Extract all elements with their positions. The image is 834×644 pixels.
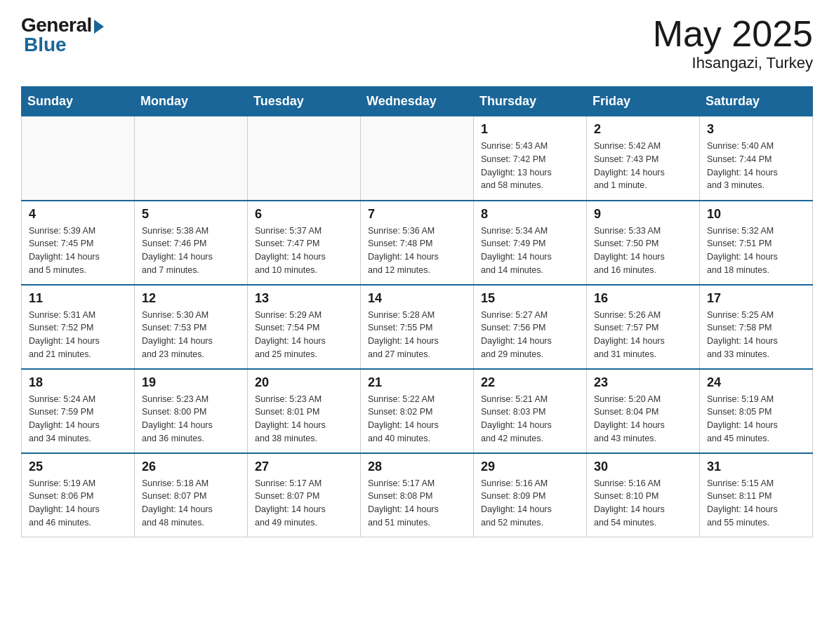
day-number: 1	[481, 122, 579, 137]
calendar-cell	[361, 116, 474, 201]
day-info: Sunrise: 5:20 AM Sunset: 8:04 PM Dayligh…	[594, 393, 692, 445]
calendar-cell: 26Sunrise: 5:18 AM Sunset: 8:07 PM Dayli…	[135, 453, 248, 537]
calendar-week-row: 4Sunrise: 5:39 AM Sunset: 7:45 PM Daylig…	[22, 201, 813, 285]
day-number: 25	[29, 459, 127, 474]
location-text: Ihsangazi, Turkey	[653, 54, 813, 72]
calendar-cell: 15Sunrise: 5:27 AM Sunset: 7:56 PM Dayli…	[474, 285, 587, 369]
day-info: Sunrise: 5:28 AM Sunset: 7:55 PM Dayligh…	[368, 309, 466, 361]
calendar-cell: 1Sunrise: 5:43 AM Sunset: 7:42 PM Daylig…	[474, 116, 587, 201]
day-info: Sunrise: 5:23 AM Sunset: 8:01 PM Dayligh…	[255, 393, 353, 445]
title-block: May 2025 Ihsangazi, Turkey	[653, 14, 813, 72]
column-header-sunday: Sunday	[22, 87, 135, 116]
day-info: Sunrise: 5:39 AM Sunset: 7:45 PM Dayligh…	[29, 224, 127, 277]
day-number: 31	[707, 459, 805, 474]
day-info: Sunrise: 5:37 AM Sunset: 7:47 PM Dayligh…	[255, 224, 353, 277]
day-number: 24	[707, 375, 805, 390]
calendar-cell: 6Sunrise: 5:37 AM Sunset: 7:47 PM Daylig…	[248, 201, 361, 285]
calendar-cell: 22Sunrise: 5:21 AM Sunset: 8:03 PM Dayli…	[474, 369, 587, 453]
day-info: Sunrise: 5:30 AM Sunset: 7:53 PM Dayligh…	[142, 309, 240, 361]
day-number: 13	[255, 291, 353, 306]
calendar-cell: 24Sunrise: 5:19 AM Sunset: 8:05 PM Dayli…	[700, 369, 813, 453]
day-number: 12	[142, 291, 240, 306]
day-info: Sunrise: 5:17 AM Sunset: 8:07 PM Dayligh…	[255, 477, 353, 530]
calendar-cell: 7Sunrise: 5:36 AM Sunset: 7:48 PM Daylig…	[361, 201, 474, 285]
column-header-friday: Friday	[587, 87, 700, 116]
day-info: Sunrise: 5:24 AM Sunset: 7:59 PM Dayligh…	[29, 393, 127, 445]
calendar-cell: 16Sunrise: 5:26 AM Sunset: 7:57 PM Dayli…	[587, 285, 700, 369]
day-number: 18	[29, 375, 127, 390]
day-number: 8	[481, 207, 579, 222]
calendar-cell: 11Sunrise: 5:31 AM Sunset: 7:52 PM Dayli…	[22, 285, 135, 369]
day-info: Sunrise: 5:38 AM Sunset: 7:46 PM Dayligh…	[142, 224, 240, 277]
day-number: 16	[594, 291, 692, 306]
day-number: 7	[368, 207, 466, 222]
calendar-cell: 27Sunrise: 5:17 AM Sunset: 8:07 PM Dayli…	[248, 453, 361, 537]
day-number: 29	[481, 459, 579, 474]
day-number: 4	[29, 207, 127, 222]
day-info: Sunrise: 5:21 AM Sunset: 8:03 PM Dayligh…	[481, 393, 579, 445]
day-info: Sunrise: 5:17 AM Sunset: 8:08 PM Dayligh…	[368, 477, 466, 530]
day-info: Sunrise: 5:26 AM Sunset: 7:57 PM Dayligh…	[594, 309, 692, 361]
calendar-cell: 8Sunrise: 5:34 AM Sunset: 7:49 PM Daylig…	[474, 201, 587, 285]
day-info: Sunrise: 5:33 AM Sunset: 7:50 PM Dayligh…	[594, 224, 692, 277]
day-info: Sunrise: 5:22 AM Sunset: 8:02 PM Dayligh…	[368, 393, 466, 445]
calendar-cell: 12Sunrise: 5:30 AM Sunset: 7:53 PM Dayli…	[135, 285, 248, 369]
day-number: 10	[707, 207, 805, 222]
day-number: 30	[594, 459, 692, 474]
column-header-saturday: Saturday	[700, 87, 813, 116]
day-number: 20	[255, 375, 353, 390]
calendar-cell: 5Sunrise: 5:38 AM Sunset: 7:46 PM Daylig…	[135, 201, 248, 285]
day-number: 3	[707, 122, 805, 137]
column-header-wednesday: Wednesday	[361, 87, 474, 116]
calendar-cell: 30Sunrise: 5:16 AM Sunset: 8:10 PM Dayli…	[587, 453, 700, 537]
calendar-cell: 28Sunrise: 5:17 AM Sunset: 8:08 PM Dayli…	[361, 453, 474, 537]
calendar-cell: 2Sunrise: 5:42 AM Sunset: 7:43 PM Daylig…	[587, 116, 700, 201]
column-header-monday: Monday	[135, 87, 248, 116]
logo-blue-text: Blue	[21, 34, 67, 56]
calendar-cell	[248, 116, 361, 201]
column-header-thursday: Thursday	[474, 87, 587, 116]
day-info: Sunrise: 5:15 AM Sunset: 8:11 PM Dayligh…	[707, 477, 805, 530]
day-number: 15	[481, 291, 579, 306]
day-number: 6	[255, 207, 353, 222]
page-header: General Blue May 2025 Ihsangazi, Turkey	[21, 14, 813, 72]
calendar-cell: 4Sunrise: 5:39 AM Sunset: 7:45 PM Daylig…	[22, 201, 135, 285]
day-number: 14	[368, 291, 466, 306]
day-info: Sunrise: 5:25 AM Sunset: 7:58 PM Dayligh…	[707, 309, 805, 361]
day-number: 22	[481, 375, 579, 390]
calendar-cell: 9Sunrise: 5:33 AM Sunset: 7:50 PM Daylig…	[587, 201, 700, 285]
calendar-cell	[135, 116, 248, 201]
day-number: 17	[707, 291, 805, 306]
day-number: 5	[142, 207, 240, 222]
calendar-week-row: 25Sunrise: 5:19 AM Sunset: 8:06 PM Dayli…	[22, 453, 813, 537]
day-info: Sunrise: 5:34 AM Sunset: 7:49 PM Dayligh…	[481, 224, 579, 277]
calendar-cell: 17Sunrise: 5:25 AM Sunset: 7:58 PM Dayli…	[700, 285, 813, 369]
day-info: Sunrise: 5:31 AM Sunset: 7:52 PM Dayligh…	[29, 309, 127, 361]
day-info: Sunrise: 5:19 AM Sunset: 8:05 PM Dayligh…	[707, 393, 805, 445]
day-number: 27	[255, 459, 353, 474]
day-number: 19	[142, 375, 240, 390]
calendar-cell: 25Sunrise: 5:19 AM Sunset: 8:06 PM Dayli…	[22, 453, 135, 537]
calendar-cell: 21Sunrise: 5:22 AM Sunset: 8:02 PM Dayli…	[361, 369, 474, 453]
month-year-title: May 2025	[653, 14, 813, 54]
day-number: 11	[29, 291, 127, 306]
column-header-tuesday: Tuesday	[248, 87, 361, 116]
day-number: 2	[594, 122, 692, 137]
day-number: 9	[594, 207, 692, 222]
day-info: Sunrise: 5:27 AM Sunset: 7:56 PM Dayligh…	[481, 309, 579, 361]
calendar-cell: 23Sunrise: 5:20 AM Sunset: 8:04 PM Dayli…	[587, 369, 700, 453]
day-info: Sunrise: 5:16 AM Sunset: 8:10 PM Dayligh…	[594, 477, 692, 530]
calendar-cell: 14Sunrise: 5:28 AM Sunset: 7:55 PM Dayli…	[361, 285, 474, 369]
day-number: 26	[142, 459, 240, 474]
calendar-week-row: 11Sunrise: 5:31 AM Sunset: 7:52 PM Dayli…	[22, 285, 813, 369]
calendar-cell	[22, 116, 135, 201]
day-info: Sunrise: 5:32 AM Sunset: 7:51 PM Dayligh…	[707, 224, 805, 277]
day-info: Sunrise: 5:16 AM Sunset: 8:09 PM Dayligh…	[481, 477, 579, 530]
calendar-cell: 19Sunrise: 5:23 AM Sunset: 8:00 PM Dayli…	[135, 369, 248, 453]
logo-arrow-icon	[94, 20, 104, 34]
calendar-table: SundayMondayTuesdayWednesdayThursdayFrid…	[21, 86, 813, 537]
calendar-cell: 18Sunrise: 5:24 AM Sunset: 7:59 PM Dayli…	[22, 369, 135, 453]
calendar-week-row: 18Sunrise: 5:24 AM Sunset: 7:59 PM Dayli…	[22, 369, 813, 453]
day-info: Sunrise: 5:36 AM Sunset: 7:48 PM Dayligh…	[368, 224, 466, 277]
day-info: Sunrise: 5:23 AM Sunset: 8:00 PM Dayligh…	[142, 393, 240, 445]
